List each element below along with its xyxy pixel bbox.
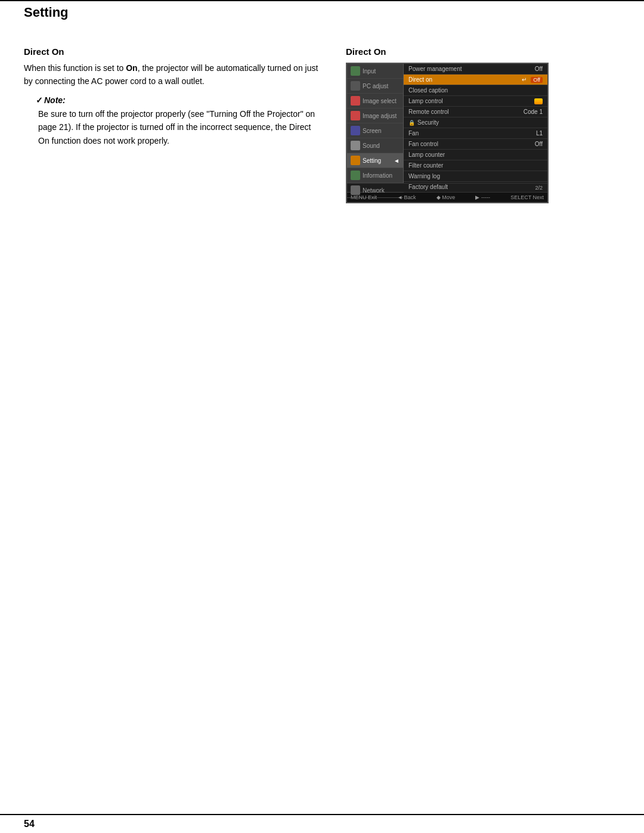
lamp-counter-label: Lamp counter bbox=[408, 151, 543, 158]
network-icon bbox=[351, 185, 360, 195]
sidebar-label-setting: Setting bbox=[363, 157, 381, 164]
screen-icon bbox=[351, 126, 360, 135]
section-body: When this function is set to On, the pro… bbox=[24, 61, 322, 88]
factory-default-label: Factory default bbox=[408, 184, 543, 190]
projector-ui: Input PC adjust Image select Image adjus… bbox=[346, 63, 549, 203]
status-select: ▶ ----- bbox=[475, 194, 490, 200]
image-select-icon bbox=[351, 96, 360, 106]
lamp-control-value bbox=[534, 98, 543, 104]
menu-row-lamp-counter: Lamp counter bbox=[404, 150, 547, 160]
sidebar-label-sound: Sound bbox=[363, 143, 380, 149]
sidebar-item-image-adjust: Image adjust bbox=[347, 109, 403, 123]
sidebar-label-image-adjust: Image adjust bbox=[363, 113, 397, 119]
direct-on-label: Direct on bbox=[408, 76, 522, 83]
off-badge: Off bbox=[531, 77, 543, 83]
sidebar-label-network: Network bbox=[363, 187, 385, 194]
left-column: Direct On When this function is set to O… bbox=[24, 47, 322, 147]
remote-control-label: Remote control bbox=[408, 109, 524, 115]
sidebar-item-information: Information bbox=[347, 168, 403, 183]
info-icon bbox=[351, 171, 360, 180]
proj-sidebar: Input PC adjust Image select Image adjus… bbox=[347, 64, 404, 183]
note-text: Be sure to turn off the projector proper… bbox=[38, 107, 322, 147]
fan-control-value: Off bbox=[535, 141, 543, 147]
menu-row-factory-default: Factory default bbox=[404, 182, 547, 193]
menu-row-fan-control: Fan control Off bbox=[404, 139, 547, 150]
content-area: Direct On When this function is set to O… bbox=[0, 23, 644, 227]
lock-icon: 🔒 bbox=[408, 120, 415, 126]
status-back: ◄ Back bbox=[397, 194, 416, 200]
right-column: Direct On Input PC adjust Image s bbox=[346, 47, 561, 203]
sidebar-item-image-select: Image select bbox=[347, 94, 403, 109]
page-indicator-text: 2/2 bbox=[535, 185, 543, 191]
remote-control-value: Code 1 bbox=[524, 109, 543, 115]
status-exit: MENU Exit bbox=[351, 194, 377, 200]
security-label: Security bbox=[417, 119, 439, 126]
note-label: Note: bbox=[36, 95, 322, 105]
closed-caption-label: Closed caption bbox=[408, 87, 543, 94]
sound-icon bbox=[351, 141, 360, 150]
sidebar-label-screen: Screen bbox=[363, 128, 382, 134]
sidebar-item-pc-adjust: PC adjust bbox=[347, 79, 403, 94]
menu-row-warning-log: Warning log bbox=[404, 171, 547, 182]
sidebar-label-input: Input bbox=[363, 68, 376, 75]
sidebar-label-image-select: Image select bbox=[363, 98, 397, 104]
setting-icon bbox=[351, 156, 360, 165]
fan-value: L1 bbox=[536, 130, 543, 137]
menu-row-closed-caption: Closed caption bbox=[404, 85, 547, 96]
section-heading: Direct On bbox=[24, 47, 322, 57]
menu-row-direct-on: Direct on ↵ Off bbox=[404, 75, 547, 85]
sidebar-item-sound: Sound bbox=[347, 138, 403, 153]
menu-row-filter-counter: Filter counter bbox=[404, 160, 547, 171]
filter-counter-label: Filter counter bbox=[408, 162, 543, 169]
sidebar-label-information: Information bbox=[363, 172, 392, 179]
right-heading: Direct On bbox=[346, 47, 561, 57]
sidebar-item-screen: Screen bbox=[347, 123, 403, 138]
warning-log-label: Warning log bbox=[408, 173, 543, 179]
menu-row-power-management: Power management Off bbox=[404, 64, 547, 75]
page-title: Setting bbox=[24, 5, 69, 20]
note-block: Note: Be sure to turn off the projector … bbox=[36, 95, 322, 147]
page-footer: 54 bbox=[0, 814, 644, 833]
input-icon bbox=[351, 66, 360, 76]
sidebar-item-setting: Setting ◄ bbox=[347, 153, 403, 168]
security-section: 🔒 Security bbox=[404, 117, 547, 128]
menu-row-remote-control: Remote control Code 1 bbox=[404, 107, 547, 117]
power-management-label: Power management bbox=[408, 66, 535, 72]
fan-control-label: Fan control bbox=[408, 141, 535, 147]
fan-label: Fan bbox=[408, 130, 536, 137]
pc-adjust-icon bbox=[351, 81, 360, 91]
active-arrow: ◄ bbox=[394, 157, 400, 164]
menu-row-fan: Fan L1 bbox=[404, 128, 547, 139]
sidebar-label-pc-adjust: PC adjust bbox=[363, 83, 388, 89]
image-adjust-icon bbox=[351, 111, 360, 120]
power-management-value: Off bbox=[535, 66, 543, 72]
proj-inner: Input PC adjust Image select Image adjus… bbox=[347, 64, 547, 183]
proj-panel: Power management Off Direct on ↵ Off Clo… bbox=[404, 64, 547, 183]
lamp-icon bbox=[534, 98, 543, 104]
sidebar-item-input: Input bbox=[347, 64, 403, 79]
page-number: 54 bbox=[24, 819, 35, 829]
page-header: Setting bbox=[0, 0, 644, 23]
status-move: ◆ Move bbox=[436, 194, 456, 200]
menu-row-lamp-control: Lamp control bbox=[404, 96, 547, 107]
status-next: SELECT Next bbox=[510, 194, 544, 200]
lamp-control-label: Lamp control bbox=[408, 98, 534, 104]
direct-on-value: ↵ Off bbox=[522, 76, 543, 83]
